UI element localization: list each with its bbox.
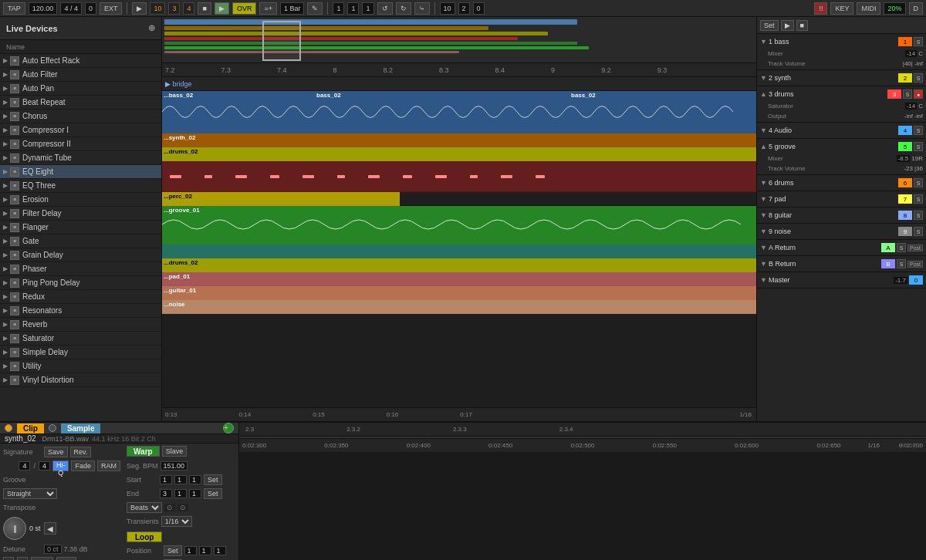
pos2-display[interactable]: 3 xyxy=(168,2,180,15)
stop-button[interactable]: ■ xyxy=(198,2,211,15)
pos1-display[interactable]: 10 xyxy=(150,2,165,15)
track-drums[interactable]: ...drums_02 xyxy=(162,147,756,161)
set-button[interactable]: Set xyxy=(760,20,779,31)
channel-number[interactable]: 2 xyxy=(898,73,912,83)
channel-number[interactable]: 6 xyxy=(898,178,912,187)
vol-display[interactable]: -14 xyxy=(905,103,918,110)
channel-number[interactable]: A xyxy=(881,243,895,252)
out-val1[interactable]: -inf xyxy=(904,113,913,120)
sidebar-item-ping-pong-delay[interactable]: ▶ ≡ Ping Pong Delay xyxy=(0,276,161,290)
sig-den[interactable]: 4 xyxy=(39,461,50,471)
beats-select[interactable]: Beats xyxy=(127,502,162,513)
pos-far1[interactable]: 10 xyxy=(440,2,455,15)
detune-val[interactable]: 0 ct xyxy=(44,545,62,554)
pencil-button[interactable]: ✎ xyxy=(307,2,323,15)
pos-right3[interactable]: 1 xyxy=(362,2,373,15)
exclamation-button[interactable]: !! xyxy=(814,2,827,15)
transients-select[interactable]: 1/16 xyxy=(161,516,192,527)
vol-val[interactable]: |40| xyxy=(903,60,913,67)
track-drums02[interactable]: ...drums_02 xyxy=(162,258,756,272)
sidebar-item-compressor2[interactable]: ▶ ≡ Compressor II xyxy=(0,137,161,151)
vol-display[interactable]: -8.5 xyxy=(897,155,911,162)
pos-right2[interactable]: 1 xyxy=(347,2,359,15)
loop-button[interactable]: Loop xyxy=(127,531,162,542)
sidebar-item-filter-delay[interactable]: ▶ ≡ Filter Delay xyxy=(0,207,161,221)
channel-number[interactable]: 8 xyxy=(898,211,912,220)
sidebar-item-simple-delay[interactable]: ▶ ≡ Simple Delay xyxy=(0,346,161,359)
groove-select[interactable]: Straight xyxy=(3,488,57,499)
ram-button[interactable]: RAM xyxy=(97,460,120,471)
expand-button[interactable]: + xyxy=(223,423,234,433)
fade-button[interactable]: Fade xyxy=(71,460,95,471)
track-groove[interactable]: ...groove_01 xyxy=(162,206,756,245)
keep-button[interactable]: ⟨⟨ xyxy=(3,557,14,560)
tap-button[interactable]: TAP xyxy=(3,2,25,15)
channel-number[interactable]: 9 xyxy=(898,227,912,236)
channel-number[interactable]: 3 xyxy=(887,89,901,99)
pos-right1[interactable]: 1 xyxy=(333,2,344,15)
sidebar-list[interactable]: ▶ ≡ Auto Effect Rack ▶ ≡ Auto Filter ▶ ≡… xyxy=(0,54,161,421)
solo-button[interactable]: S xyxy=(914,211,923,220)
channel-number[interactable]: 4 xyxy=(898,126,912,135)
solo-button[interactable]: S xyxy=(897,243,906,252)
sidebar-item-saturator[interactable]: ▶ ≡ Saturator xyxy=(0,332,161,346)
sidebar-item-vinyl-distortion[interactable]: ▶ ≡ Vinyl Distortion xyxy=(0,373,161,387)
pan-display[interactable]: C xyxy=(918,103,923,110)
zoom-display[interactable]: 20% xyxy=(884,2,905,15)
channel-number[interactable]: 5 xyxy=(898,142,912,151)
bar-display[interactable]: 1 Bar xyxy=(280,2,305,15)
midi-button[interactable]: MIDI xyxy=(857,2,880,15)
end-val1[interactable]: 3 xyxy=(160,489,172,498)
track-synth[interactable]: ...synth_02 xyxy=(162,133,756,147)
save-button[interactable]: Save xyxy=(44,447,68,457)
sidebar-item-gate[interactable]: ▶ ≡ Gate xyxy=(0,234,161,248)
loop2-button[interactable]: ↻ xyxy=(396,2,411,15)
sidebar-item-auto-effect-rack[interactable]: ▶ ≡ Auto Effect Rack xyxy=(0,54,161,68)
sidebar-item-flanger[interactable]: ▶ ≡ Flanger xyxy=(0,221,161,234)
pan-display[interactable]: C xyxy=(918,50,923,57)
sidebar-item-dynamic-tube[interactable]: ▶ ≡ Dynamic Tube xyxy=(0,151,161,165)
pos-far3[interactable]: 0 xyxy=(473,2,485,15)
nav-arrow-button[interactable]: ▶ xyxy=(132,2,147,15)
sidebar-item-utility[interactable]: ▶ ≡ Utility xyxy=(0,359,161,373)
pos-val1[interactable]: 1 xyxy=(184,546,197,555)
channel-number[interactable]: 1 xyxy=(898,37,912,46)
pan-display[interactable]: 19R xyxy=(911,155,923,162)
clip-tab[interactable]: Clip xyxy=(17,423,44,433)
post-button[interactable]: Post xyxy=(907,245,923,251)
start-set[interactable]: Set xyxy=(204,474,222,485)
ovr-button[interactable]: OVR xyxy=(232,2,257,15)
sidebar-item-grain-delay[interactable]: ▶ ≡ Grain Delay xyxy=(0,248,161,262)
pos-far2[interactable]: 2 xyxy=(458,2,470,15)
rset-label[interactable]: Rset xyxy=(56,557,76,560)
record-button[interactable]: ● xyxy=(914,89,923,99)
pitch-left-button[interactable]: ◀ xyxy=(44,522,56,535)
pos-set[interactable]: Set xyxy=(164,545,182,556)
hiq-button[interactable]: Hi-Q xyxy=(52,460,69,471)
keep-label[interactable]: Keep xyxy=(31,557,53,560)
vol-display[interactable]: -14 xyxy=(905,50,918,57)
track-perc02[interactable]: ...perc_02 xyxy=(162,192,756,206)
tracks-area[interactable]: ...bass_02 bass_02 bass_02 ...synth_02 xyxy=(162,91,756,407)
solo-button[interactable]: S xyxy=(914,178,923,187)
track-guitar[interactable]: ...guitar_01 xyxy=(162,286,756,300)
rev-button[interactable]: Rev. xyxy=(70,447,92,457)
post-button[interactable]: Post xyxy=(907,261,923,268)
solo-button[interactable]: S xyxy=(914,73,923,83)
bpm-display[interactable]: 120.00 xyxy=(29,2,58,15)
master-vol[interactable]: -1.7 xyxy=(894,277,907,284)
sidebar-item-erosion[interactable]: ▶ ≡ Erosion xyxy=(0,193,161,207)
sidebar-item-phaser[interactable]: ▶ ≡ Phaser xyxy=(0,262,161,276)
quantize-button[interactable]: =+ xyxy=(259,2,277,15)
d-button[interactable]: D xyxy=(909,2,924,15)
solo-button[interactable]: S xyxy=(897,259,906,268)
start-val1[interactable]: 1 xyxy=(160,475,172,484)
vol-val[interactable]: -23 xyxy=(904,165,913,172)
sample-tab[interactable]: Sample xyxy=(61,423,101,433)
sidebar-item-reverb[interactable]: ▶ ≡ Reverb xyxy=(0,318,161,332)
ext-button[interactable]: EXT xyxy=(100,2,123,15)
end-set[interactable]: Set xyxy=(204,488,222,499)
sidebar-item-auto-pan[interactable]: ▶ ≡ Auto Pan xyxy=(0,82,161,96)
pos-val2[interactable]: 1 xyxy=(199,546,211,555)
solo-button[interactable]: S xyxy=(914,37,923,46)
